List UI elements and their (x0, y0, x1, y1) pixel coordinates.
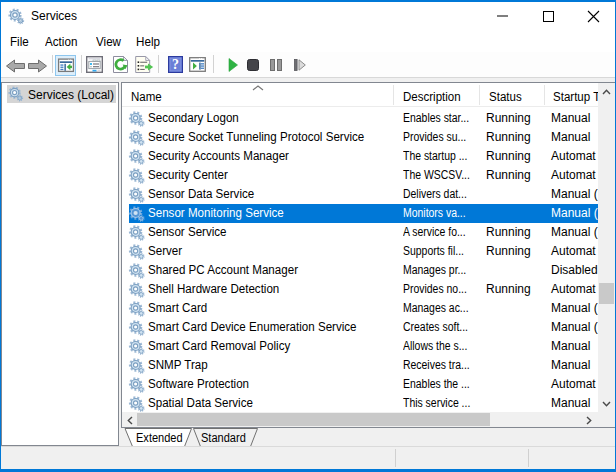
svg-text:?: ? (172, 57, 179, 72)
